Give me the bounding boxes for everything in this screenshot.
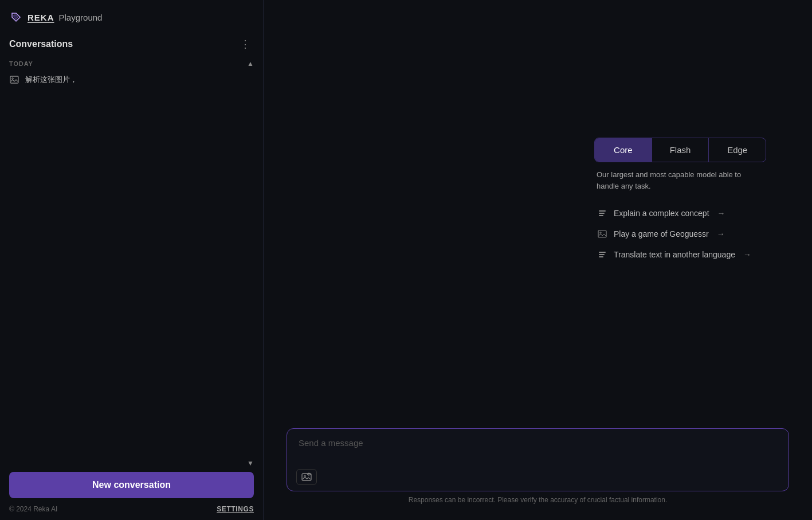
logo-area: REKA Playground — [0, 0, 263, 32]
suggestion-translate[interactable]: Translate text in another language → — [594, 244, 766, 265]
message-input-wrapper — [287, 428, 789, 491]
today-label: TODAY — [9, 60, 33, 67]
new-conversation-button[interactable]: New conversation — [9, 472, 254, 498]
svg-rect-10 — [302, 474, 311, 480]
input-toolbar — [287, 464, 789, 491]
suggestion-translate-arrow: → — [743, 250, 751, 259]
conversation-item[interactable]: 解析这张图片， — [0, 70, 263, 89]
svg-point-6 — [600, 232, 601, 233]
suggestion-explain-text: Explain a complex concept — [614, 209, 709, 218]
suggestion-geoguessr[interactable]: Play a game of Geoguessr → — [594, 224, 766, 244]
message-input-area: Responses can be incorrect. Please verif… — [264, 428, 812, 520]
disclaimer-bar: Responses can be incorrect. Please verif… — [287, 491, 789, 509]
logo-reka: REKA — [28, 13, 54, 22]
sidebar: REKA Playground Conversations ⋮ TODAY ▲ … — [0, 0, 264, 520]
today-collapse-button[interactable]: ▲ — [247, 60, 254, 68]
svg-point-1 — [12, 78, 14, 80]
suggestion-explain[interactable]: Explain a complex concept → — [594, 203, 766, 224]
main-content: Core Flash Edge Our largest and most cap… — [264, 0, 812, 520]
svg-rect-5 — [598, 230, 606, 237]
conversation-image-icon — [9, 75, 19, 85]
svg-rect-3 — [599, 213, 605, 214]
model-description: Our largest and most capable model able … — [594, 169, 766, 191]
conversations-title: Conversations — [9, 39, 73, 49]
suggestion-explain-arrow: → — [717, 209, 725, 218]
sidebar-bottom: ▼ New conversation © 2024 Reka AI SETTIN… — [0, 457, 263, 520]
svg-rect-4 — [599, 215, 603, 216]
suggestion-image-icon — [597, 228, 608, 240]
upload-image-button[interactable] — [296, 469, 317, 485]
suggestion-geoguessr-text: Play a game of Geoguessr — [614, 229, 709, 239]
suggestion-text-icon-1 — [597, 208, 608, 219]
conversation-text: 解析这张图片， — [25, 75, 77, 85]
sidebar-collapse-area: ▼ — [0, 457, 263, 472]
suggestion-text-icon-2 — [597, 249, 608, 260]
svg-rect-2 — [599, 210, 606, 212]
message-input[interactable] — [287, 429, 789, 462]
suggestion-translate-text: Translate text in another language — [614, 250, 735, 259]
conversations-header: Conversations ⋮ — [0, 32, 263, 55]
suggestion-geoguessr-arrow: → — [717, 229, 725, 239]
svg-rect-8 — [599, 254, 605, 255]
disclaimer-text: Responses can be incorrect. Please verif… — [409, 496, 668, 504]
logo-playground: Playground — [59, 13, 103, 22]
conversations-menu-button[interactable]: ⋮ — [237, 37, 254, 52]
svg-rect-0 — [10, 76, 18, 83]
model-selector-container: Core Flash Edge Our largest and most cap… — [594, 138, 766, 265]
svg-rect-7 — [599, 252, 606, 253]
sidebar-collapse-button[interactable]: ▼ — [247, 459, 254, 467]
svg-rect-9 — [599, 256, 603, 257]
reka-logo-icon — [9, 10, 23, 24]
model-tabs: Core Flash Edge — [594, 138, 766, 162]
sidebar-footer: © 2024 Reka AI SETTINGS — [0, 505, 263, 513]
copyright-text: © 2024 Reka AI — [9, 505, 57, 513]
model-tab-flash[interactable]: Flash — [652, 138, 709, 162]
settings-link[interactable]: SETTINGS — [217, 505, 254, 513]
model-tab-core[interactable]: Core — [595, 138, 652, 162]
model-tab-edge[interactable]: Edge — [709, 138, 766, 162]
today-section-header: TODAY ▲ — [0, 55, 263, 70]
